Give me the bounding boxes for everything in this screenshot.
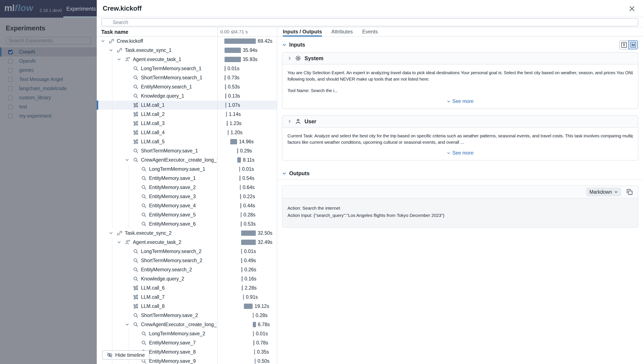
experiment-name[interactable]: langchain_modelcode xyxy=(19,86,67,92)
chevron-down-icon[interactable] xyxy=(109,48,113,53)
markdown-view-button[interactable]: M xyxy=(628,40,638,49)
checkbox[interactable] xyxy=(8,114,13,118)
span-row[interactable]: CrewAgentExecutor._create_long_term_mem … xyxy=(97,320,277,329)
copy-button[interactable] xyxy=(626,188,633,196)
span-row[interactable]: Knowledge.query_2 0.16s xyxy=(97,274,277,284)
chevron-down-icon[interactable] xyxy=(117,57,121,62)
experiment-list-item[interactable]: gemini xyxy=(0,66,97,75)
experiment-name[interactable]: test xyxy=(19,104,27,110)
span-row[interactable]: EntityMemory.save_6 0.53s xyxy=(97,220,277,228)
span-row[interactable]: LLM.call_6 2.28s xyxy=(97,284,277,292)
span-row[interactable]: LLM.call_1 1.07s xyxy=(97,100,277,110)
checkbox[interactable] xyxy=(8,104,13,109)
hide-timeline-button[interactable]: Hide timeline xyxy=(102,350,150,360)
duration-bar xyxy=(224,75,226,80)
span-row[interactable]: EntityMemory.save_7 0.78s xyxy=(97,338,277,348)
span-row[interactable]: ShortTermMemory.save_2 0.28s xyxy=(97,311,277,320)
span-name: EntityMemory.save_4 xyxy=(149,201,217,210)
experiment-name[interactable]: Text Message Angel xyxy=(19,76,63,82)
experiment-name[interactable]: CrewAI xyxy=(19,49,35,55)
experiment-name[interactable]: OpenAI xyxy=(19,58,36,64)
format-select[interactable]: Markdown xyxy=(586,188,621,196)
inputs-section-header[interactable]: Inputs T M xyxy=(282,42,638,48)
checkbox[interactable] xyxy=(8,86,13,91)
checkbox[interactable] xyxy=(8,96,13,100)
checkbox[interactable] xyxy=(8,59,13,64)
span-row[interactable]: LLM.call_2 1.14s xyxy=(97,110,277,119)
tab-inputs-outputs[interactable]: Inputs / Outputs xyxy=(283,28,322,36)
experiment-list-item[interactable]: langchain_modelcode xyxy=(0,84,97,93)
span-name: CrewAgentExecutor._create_long_term_mem xyxy=(141,320,217,329)
span-name: EntityMemory.save_5 xyxy=(149,210,217,220)
chevron-down-icon[interactable] xyxy=(125,322,129,328)
experiment-list-item[interactable]: CrewAI xyxy=(0,48,97,56)
span-row[interactable]: Task.execute_sync_2 32.50s xyxy=(97,228,277,238)
duration-label: 0.28s xyxy=(244,210,255,220)
timeline-cell: 1.14s xyxy=(217,110,277,119)
span-row[interactable]: EntityMemory.save_5 0.28s xyxy=(97,210,277,220)
span-row[interactable]: EntityMemory.search_1 0.53s xyxy=(97,82,277,92)
outputs-card: Markdown Action: Search the internetActi… xyxy=(282,186,638,228)
span-row[interactable]: LLM.call_5 14.96s xyxy=(97,137,277,146)
system-card-header[interactable]: System xyxy=(282,52,638,64)
indent-guide xyxy=(129,164,129,174)
see-more-link[interactable]: See more xyxy=(288,150,633,156)
span-row[interactable]: EntityMemory.save_3 0.22s xyxy=(97,192,277,201)
see-more-link[interactable]: See more xyxy=(288,98,633,104)
span-row[interactable]: Agent.execute_task_2 32.49s xyxy=(97,238,277,247)
tree-header: Task name 0.00 s 34.71 s xyxy=(97,28,277,36)
chevron-down-icon[interactable] xyxy=(109,231,113,236)
span-row[interactable]: LLM.call_8 19.12s xyxy=(97,302,277,311)
experiment-name[interactable]: my-experiment xyxy=(19,113,52,119)
search-icon xyxy=(133,249,138,255)
duration-label: 1.07s xyxy=(228,100,240,110)
span-row[interactable]: ShortTermMemory.search_1 0.73s xyxy=(97,73,277,82)
experiment-list-item[interactable]: OpenAI xyxy=(0,56,97,66)
span-row[interactable]: Agent.execute_task_1 35.93s xyxy=(97,55,277,64)
experiment-name[interactable]: gemini xyxy=(19,68,34,73)
link-icon xyxy=(117,48,122,54)
span-row[interactable]: EntityMemory.save_4 0.44s xyxy=(97,201,277,210)
experiment-list-item[interactable]: custom_library xyxy=(0,93,97,102)
tab-attributes[interactable]: Attributes xyxy=(331,28,353,36)
checked-checkbox[interactable] xyxy=(8,50,13,54)
axis-tick-mid: 34.71 s xyxy=(232,29,248,35)
span-row[interactable]: LongTermMemory.save_1 0.01s xyxy=(97,164,277,174)
span-row[interactable]: LongTermMemory.search_2 0.01s xyxy=(97,247,277,256)
span-row[interactable]: LongTermMemory.save_2 0.01s xyxy=(97,329,277,338)
span-name: LongTermMemory.search_1 xyxy=(141,64,217,73)
chevron-down-icon[interactable] xyxy=(101,39,105,44)
chevron-down-icon[interactable] xyxy=(125,158,129,163)
span-row[interactable]: EntityMemory.save_2 0.64s xyxy=(97,183,277,192)
span-row[interactable]: CrewAgentExecutor._create_long_term_mem … xyxy=(97,156,277,164)
nav-tab-experiments[interactable]: Experiments xyxy=(63,0,99,18)
checkbox[interactable] xyxy=(8,77,13,82)
span-row[interactable]: LongTermMemory.search_1 0.01s xyxy=(97,64,277,73)
timeline-cell: 0.64s xyxy=(217,183,277,192)
experiment-list-item[interactable]: my-experiment xyxy=(0,112,97,120)
span-row[interactable]: LLM.call_3 1.23s xyxy=(97,119,277,128)
checkbox[interactable] xyxy=(8,68,13,73)
span-name: CrewAgentExecutor._create_long_term_mem xyxy=(141,156,217,164)
span-row[interactable]: LLM.call_7 0.91s xyxy=(97,292,277,302)
close-icon[interactable] xyxy=(627,4,636,14)
user-card-header[interactable]: User xyxy=(282,116,638,128)
experiment-list-item[interactable]: test xyxy=(0,102,97,112)
experiment-list-item[interactable]: Text Message Angel xyxy=(0,75,97,84)
span-row[interactable]: EntityMemory.search_2 0.26s xyxy=(97,265,277,274)
span-row[interactable]: Crew.kickoff 69.42s xyxy=(97,36,277,46)
span-row[interactable]: ShortTermMemory.search_2 0.49s xyxy=(97,256,277,265)
tab-events[interactable]: Events xyxy=(362,28,378,36)
text-view-button[interactable]: T xyxy=(619,40,628,49)
span-row[interactable]: Task.execute_sync_1 35.94s xyxy=(97,46,277,55)
chevron-down-icon[interactable] xyxy=(117,240,121,245)
outputs-section-header[interactable]: Outputs xyxy=(277,170,643,180)
search-experiments-input[interactable] xyxy=(6,37,91,44)
experiment-name[interactable]: custom_library xyxy=(19,95,51,100)
span-row[interactable]: ShortTermMemory.save_1 0.29s xyxy=(97,146,277,156)
span-row[interactable]: LLM.call_4 1.20s xyxy=(97,128,277,137)
span-row[interactable]: EntityMemory.save_1 0.54s xyxy=(97,174,277,183)
span-row[interactable]: Knowledge.query_1 0.13s xyxy=(97,92,277,100)
trace-search-input[interactable] xyxy=(101,18,638,26)
mlflow-version: 2.18.1.dev0 xyxy=(40,8,62,13)
